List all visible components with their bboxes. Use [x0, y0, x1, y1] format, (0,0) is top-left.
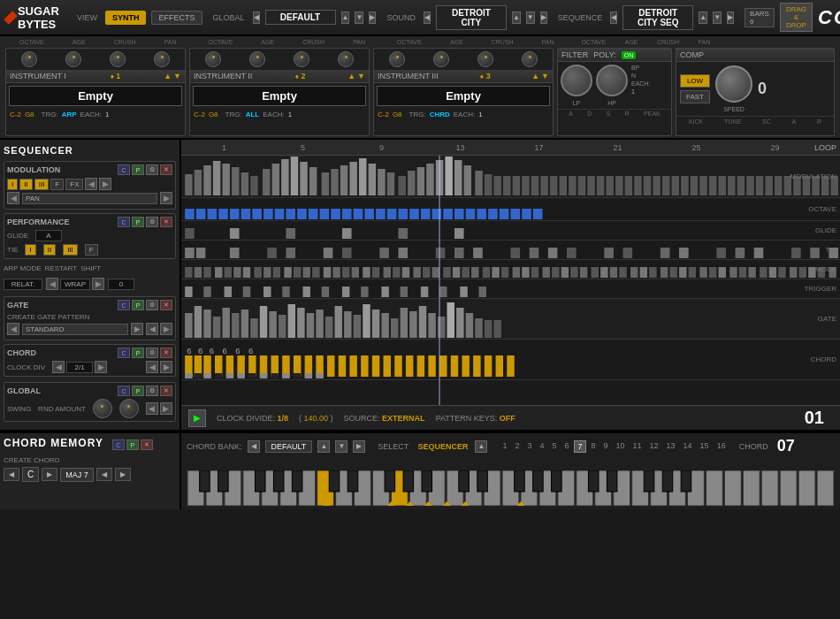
- chord-num-1[interactable]: 1: [500, 440, 509, 453]
- wrap-right-btn[interactable]: ▶: [92, 278, 104, 290]
- chord-type-prev[interactable]: ◀: [96, 468, 112, 481]
- inst3-arrow-up[interactable]: ▲: [531, 72, 539, 80]
- wrap-left-btn[interactable]: ◀: [46, 278, 58, 290]
- global-next-btn[interactable]: ▶: [369, 11, 376, 24]
- chord-num-16[interactable]: 16: [714, 440, 729, 453]
- gate-c-btn[interactable]: C: [118, 300, 130, 310]
- inst3-crush-knob[interactable]: [477, 51, 493, 67]
- gate-nav-right[interactable]: ▶: [160, 323, 172, 335]
- inst1-arrow-up[interactable]: ▲: [164, 72, 172, 80]
- shift-value[interactable]: 0: [108, 279, 134, 290]
- gate-nav-left[interactable]: ◀: [146, 323, 158, 335]
- comp-fast-btn[interactable]: FAST: [680, 90, 710, 103]
- global-knob2[interactable]: [119, 399, 139, 418]
- inst1-name[interactable]: Empty: [9, 86, 182, 106]
- glide-value[interactable]: A: [35, 230, 62, 241]
- global-knob[interactable]: [93, 399, 112, 418]
- chord-nav-left[interactable]: ◀: [146, 361, 158, 373]
- seq-up-btn[interactable]: ▲: [699, 11, 707, 24]
- wrap-value[interactable]: WRAP: [60, 279, 90, 290]
- mod-arrow-right[interactable]: ▶: [99, 178, 111, 190]
- sound-prev-btn[interactable]: ◀: [424, 11, 431, 24]
- chord-num-6[interactable]: 6: [561, 440, 571, 453]
- inst3-octave-knob[interactable]: [389, 51, 405, 67]
- inst2-octave-knob[interactable]: [205, 51, 221, 67]
- gate-dropdown-right[interactable]: ▶: [131, 323, 143, 335]
- chord-memory-p-btn[interactable]: P: [126, 439, 139, 450]
- chord-key-prev[interactable]: ◀: [4, 468, 19, 481]
- chord-nav-right[interactable]: ▶: [160, 361, 172, 373]
- chord-bank-prev[interactable]: ◀: [248, 440, 260, 453]
- bars-indicator[interactable]: BARS 6: [745, 8, 775, 27]
- gate-dropdown-left[interactable]: ◀: [7, 323, 19, 335]
- tie-iii-btn[interactable]: III: [63, 244, 78, 256]
- global-nav-left[interactable]: ◀: [146, 402, 158, 415]
- chord-num-7[interactable]: 7: [574, 440, 585, 453]
- performance-c-btn[interactable]: C: [118, 217, 130, 227]
- gate-dropdown[interactable]: STANDARD: [22, 324, 128, 335]
- seq-prev-btn[interactable]: ◀: [610, 11, 617, 24]
- sound-next-btn[interactable]: ▶: [540, 11, 547, 24]
- performance-x-btn[interactable]: ✕: [160, 217, 172, 227]
- tie-f-btn[interactable]: F: [85, 244, 98, 256]
- modulation-c-btn[interactable]: C: [118, 164, 130, 175]
- inst2-arrow-up[interactable]: ▲: [347, 72, 355, 80]
- inst3-pan-knob[interactable]: [522, 51, 538, 67]
- chord-num-12[interactable]: 12: [647, 440, 661, 453]
- inst1-arrow-down[interactable]: ▼: [173, 72, 181, 80]
- gate-x-btn[interactable]: ✕: [160, 300, 172, 310]
- seq-down-btn[interactable]: ▼: [713, 11, 722, 24]
- performance-settings-btn[interactable]: ⚙: [146, 217, 158, 227]
- performance-p-btn[interactable]: P: [132, 217, 144, 227]
- mod-dropdown-right[interactable]: ▶: [160, 192, 172, 204]
- global-x-btn[interactable]: ✕: [160, 386, 172, 396]
- inst3-age-knob[interactable]: [433, 51, 449, 67]
- mod-inst-ii-btn[interactable]: II: [19, 179, 32, 190]
- clock-div-left[interactable]: ◀: [52, 361, 65, 373]
- modulation-settings-btn[interactable]: ⚙: [146, 164, 158, 175]
- chord-num-5[interactable]: 5: [549, 440, 559, 453]
- chord-c-btn[interactable]: C: [118, 348, 130, 358]
- chord-num-10[interactable]: 10: [614, 440, 628, 453]
- clock-div-value[interactable]: 2/1: [66, 362, 93, 373]
- chord-x-btn[interactable]: ✕: [160, 348, 172, 358]
- chord-type-next[interactable]: ▶: [115, 468, 131, 481]
- chord-num-2[interactable]: 2: [512, 440, 522, 453]
- mod-arrow-left[interactable]: ◀: [85, 178, 97, 190]
- effects-tab[interactable]: EFFECTS: [151, 11, 202, 25]
- mod-inst-i-btn[interactable]: I: [7, 179, 18, 190]
- global-settings-btn[interactable]: ⚙: [146, 386, 158, 396]
- global-up-btn[interactable]: ▲: [341, 11, 350, 24]
- global-down-btn[interactable]: ▼: [355, 11, 363, 24]
- filter-lp-knob[interactable]: [561, 65, 592, 96]
- global-p-btn[interactable]: P: [132, 386, 144, 396]
- mod-dropdown-left[interactable]: ◀: [7, 192, 19, 204]
- chord-num-4[interactable]: 4: [537, 440, 546, 453]
- global-c-btn[interactable]: C: [118, 386, 130, 396]
- chord-num-8[interactable]: 8: [589, 440, 599, 453]
- chord-num-11[interactable]: 11: [630, 440, 645, 453]
- chord-num-15[interactable]: 15: [698, 440, 712, 453]
- inst2-arrow-down[interactable]: ▼: [357, 72, 365, 80]
- synth-tab[interactable]: SYNTH: [105, 11, 147, 25]
- chord-memory-x-btn[interactable]: ✕: [141, 439, 153, 450]
- inst1-age-knob[interactable]: [65, 51, 81, 67]
- chord-num-3[interactable]: 3: [524, 440, 534, 453]
- inst2-crush-knob[interactable]: [294, 51, 309, 67]
- chord-num-9[interactable]: 9: [601, 440, 611, 453]
- inst3-arrow-down[interactable]: ▼: [541, 72, 549, 80]
- drag-drop-btn[interactable]: DRAG & DROP: [780, 3, 813, 32]
- sound-up-btn[interactable]: ▲: [512, 11, 521, 24]
- arp-mode-value[interactable]: RELAT.: [4, 279, 42, 290]
- tie-ii-btn[interactable]: II: [43, 244, 56, 256]
- modulation-x-btn[interactable]: ✕: [160, 164, 172, 175]
- sequencer-nav[interactable]: ▲: [475, 440, 487, 453]
- chord-p-btn[interactable]: P: [132, 348, 144, 358]
- comp-low-btn[interactable]: LOW: [680, 74, 710, 88]
- chord-key-next[interactable]: ▶: [42, 468, 57, 481]
- chord-settings-btn[interactable]: ⚙: [146, 348, 158, 358]
- global-prev-btn[interactable]: ◀: [253, 11, 260, 24]
- gate-p-btn[interactable]: P: [132, 300, 144, 310]
- mod-inst-f-btn[interactable]: F: [50, 179, 64, 190]
- gate-settings-btn[interactable]: ⚙: [146, 300, 158, 310]
